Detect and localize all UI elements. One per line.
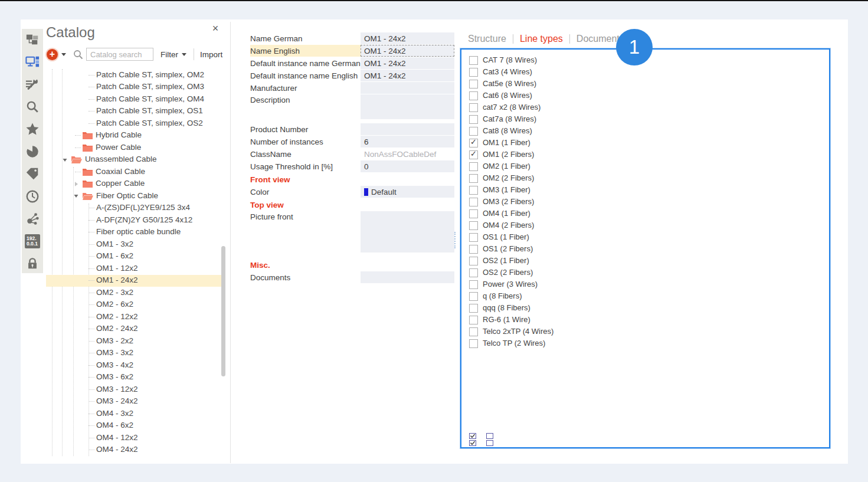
checkbox-unchecked[interactable] xyxy=(469,209,478,218)
line-type-item[interactable]: Telco TP (2 Wires) xyxy=(461,337,829,349)
tree-item-selected[interactable]: OM1 - 24x2 xyxy=(46,275,221,287)
tree-item[interactable]: Fiber optic cable bundle xyxy=(46,227,221,239)
tab-line-types[interactable]: Line types xyxy=(520,34,563,44)
hierarchy-icon[interactable] xyxy=(25,32,40,47)
line-type-item[interactable]: OS1 (1 Fiber) xyxy=(461,231,829,243)
tree-item[interactable]: OM3 - 6x2 xyxy=(46,372,221,384)
catalog-search-input[interactable] xyxy=(86,48,153,61)
line-type-item[interactable]: Power (3 Wires) xyxy=(461,278,829,290)
search-tool-icon[interactable] xyxy=(25,99,40,114)
select-all-button[interactable] xyxy=(469,433,477,447)
line-type-item[interactable]: RG-6 (1 Wire) xyxy=(461,314,829,326)
tree-item[interactable]: OM2 - 3x2 xyxy=(46,287,221,299)
checkbox-unchecked[interactable] xyxy=(469,316,478,324)
tree-item[interactable]: A-(ZS)DF(L)2YE9/125 3x4 xyxy=(46,202,221,215)
tree-item[interactable]: Unassembled Cable xyxy=(46,154,221,166)
tree-item[interactable]: Copper Cable xyxy=(46,178,221,191)
checkbox-checked[interactable] xyxy=(469,150,478,159)
checkbox-unchecked[interactable] xyxy=(469,304,478,313)
checkbox-unchecked[interactable] xyxy=(469,127,478,136)
line-type-item[interactable]: q (8 Fibers) xyxy=(461,290,829,302)
tree-scrollbar[interactable] xyxy=(221,69,225,457)
tree-item[interactable]: OM2 - 24x2 xyxy=(46,323,221,336)
tree-scrollbar-thumb[interactable] xyxy=(221,246,225,376)
line-type-item[interactable]: OM1 (2 Fibers) xyxy=(461,149,829,160)
form-field-value[interactable] xyxy=(361,123,454,135)
import-button[interactable]: Import xyxy=(200,50,222,59)
checkbox-unchecked[interactable] xyxy=(469,103,478,112)
tree-item[interactable]: OM4 - 24x2 xyxy=(46,444,221,457)
clock-icon[interactable] xyxy=(25,189,40,204)
line-type-item[interactable]: OM4 (2 Fibers) xyxy=(461,219,829,231)
tree-item[interactable]: Patch Cable ST, simplex, OS2 xyxy=(46,117,221,130)
tree-item[interactable]: OM1 - 3x2 xyxy=(46,238,221,251)
line-type-item[interactable]: OS1 (2 Fibers) xyxy=(461,243,829,255)
checkbox-unchecked[interactable] xyxy=(469,221,478,230)
checkbox-unchecked[interactable] xyxy=(469,198,478,206)
checkbox-unchecked[interactable] xyxy=(469,292,478,301)
tools-icon[interactable] xyxy=(25,77,40,92)
tree-item[interactable]: OM3 - 24x2 xyxy=(46,396,221,408)
checkbox-unchecked[interactable] xyxy=(469,162,478,171)
tree-item[interactable]: OM3 - 2x2 xyxy=(46,335,221,347)
checkbox-unchecked[interactable] xyxy=(469,56,478,65)
form-field-value[interactable]: OM1 - 24x2 xyxy=(361,70,454,81)
form-field-value[interactable]: OM1 - 24x2 xyxy=(361,45,454,57)
checkbox-unchecked[interactable] xyxy=(469,80,478,88)
checkbox-unchecked[interactable] xyxy=(469,327,478,336)
tree-item[interactable]: OM4 - 12x2 xyxy=(46,432,221,444)
tree-item[interactable]: Coaxial Cable xyxy=(46,166,221,178)
tree-expander-open-icon[interactable] xyxy=(62,157,71,163)
tab-structure[interactable]: Structure xyxy=(468,34,506,44)
line-type-item[interactable]: OM4 (1 Fiber) xyxy=(461,208,829,219)
line-type-item[interactable]: OS2 (2 Fibers) xyxy=(461,267,829,278)
tree-item[interactable]: OM1 - 6x2 xyxy=(46,251,221,263)
add-button[interactable]: + xyxy=(47,49,58,60)
splitter-handle[interactable] xyxy=(454,232,457,248)
checkbox-unchecked[interactable] xyxy=(469,280,478,289)
tree-item[interactable]: A-DF(ZN)2Y G50/125 4x12 xyxy=(46,214,221,227)
line-type-item[interactable]: Cat7a (8 Wires) xyxy=(461,113,829,125)
tree-item[interactable]: OM2 - 6x2 xyxy=(46,299,221,312)
tree-expander-open-icon[interactable] xyxy=(73,193,83,199)
form-field-value[interactable]: Default xyxy=(361,186,454,198)
line-type-item[interactable]: cat7 x2 (8 Wires) xyxy=(461,101,829,113)
tree-item[interactable]: Power Cable xyxy=(46,142,221,154)
tree-item[interactable]: Patch Cable ST, simplex, OM3 xyxy=(46,81,221,94)
ip-address-icon[interactable]: 192.0.0.1 xyxy=(25,234,40,249)
tree-item[interactable]: Fiber Optic Cable xyxy=(46,190,221,202)
tree-item[interactable]: OM4 - 6x2 xyxy=(46,420,221,432)
form-field-value[interactable] xyxy=(361,211,454,253)
form-field-value[interactable]: 0 xyxy=(361,160,454,172)
line-type-item[interactable]: Cat3 (4 Wires) xyxy=(461,66,829,78)
tree-item[interactable]: Hybrid Cable xyxy=(46,130,221,142)
form-field-value[interactable] xyxy=(361,82,454,94)
tree-item[interactable]: OM3 - 12x2 xyxy=(46,383,221,396)
form-field-value[interactable]: OM1 - 24x2 xyxy=(361,57,454,69)
checkbox-unchecked[interactable] xyxy=(469,339,478,348)
form-field-value[interactable] xyxy=(361,271,454,283)
form-field-value[interactable] xyxy=(361,94,454,119)
devices-icon[interactable] xyxy=(25,54,40,70)
checkbox-unchecked[interactable] xyxy=(469,257,478,265)
tree-item[interactable]: OM3 - 4x2 xyxy=(46,359,221,372)
line-type-item[interactable]: OM3 (2 Fibers) xyxy=(461,196,829,208)
tree-item[interactable]: OM2 - 12x2 xyxy=(46,311,221,323)
favorites-star-icon[interactable] xyxy=(25,122,40,137)
line-type-item[interactable]: OM2 (1 Fiber) xyxy=(461,160,829,172)
line-type-item[interactable]: Telco 2xTP (4 Wires) xyxy=(461,326,829,337)
deselect-all-button[interactable] xyxy=(486,433,494,447)
checkbox-checked[interactable] xyxy=(469,139,478,147)
form-field-value[interactable]: OM1 - 24x2 xyxy=(361,32,454,44)
topology-icon[interactable] xyxy=(25,211,40,227)
tree-item[interactable]: Patch Cable ST, simplex, OM4 xyxy=(46,93,221,106)
form-field-value[interactable]: NonAssFOCableDef xyxy=(361,148,454,160)
lock-icon[interactable] xyxy=(25,256,40,271)
checkbox-unchecked[interactable] xyxy=(469,245,478,254)
checkbox-unchecked[interactable] xyxy=(469,186,478,195)
line-type-item[interactable]: Cat8 (8 Wires) xyxy=(461,125,829,137)
tree-item[interactable]: Patch Cable ST, simplex, OM2 xyxy=(46,69,221,81)
line-type-item[interactable]: OS2 (1 Fiber) xyxy=(461,255,829,267)
line-type-item[interactable]: OM1 (1 Fiber) xyxy=(461,137,829,149)
checkbox-unchecked[interactable] xyxy=(469,68,478,77)
